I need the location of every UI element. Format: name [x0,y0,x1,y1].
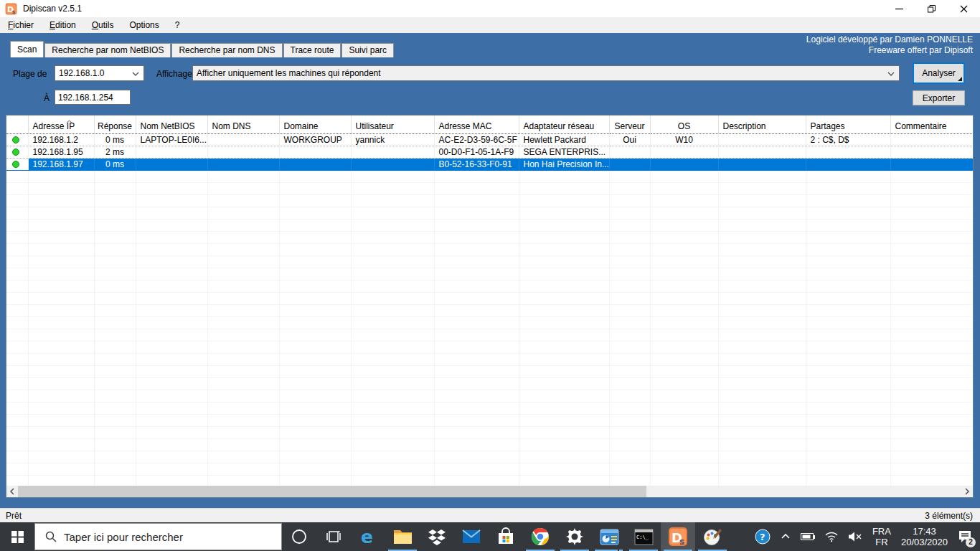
table-cell[interactable]: SEGA ENTERPRIS... [519,146,609,158]
analyser-button[interactable]: Analyser [913,62,965,84]
table-cell[interactable]: B0-52-16-33-F0-91 [434,158,519,170]
show-hidden-icons-button[interactable] [776,522,796,551]
table-row[interactable]: 192.168.1.952 ms00-D0-F1-05-1A-F9SEGA EN… [6,146,974,158]
table-cell[interactable]: 192.168.1.95 [28,146,94,158]
column-header-commentaire[interactable]: Commentaire [890,116,974,133]
column-header-description[interactable]: Description [718,116,806,133]
column-header-status[interactable] [6,116,28,133]
table-cell[interactable]: LAPTOP-LE0I6... [136,133,207,146]
restore-button[interactable] [915,0,948,17]
language-indicator[interactable]: FRA FR [867,522,896,551]
column-header-domaine[interactable]: Domaine [279,116,351,133]
column-header-partages[interactable]: Partages [806,116,890,133]
table-cell[interactable]: Hewlett Packard [519,133,609,146]
taskbar-app-file-explorer[interactable] [385,522,420,551]
table-cell[interactable] [609,158,650,170]
table-cell[interactable]: 0 ms [94,133,136,146]
table-cell[interactable] [806,146,890,158]
column-header-adresse-ip[interactable]: Adresse IP [28,116,94,133]
taskbar-app-mail[interactable] [454,522,489,551]
task-view-button[interactable] [316,522,351,551]
minimize-button[interactable] [883,0,915,17]
affichage-combobox[interactable]: Afficher uniquement les machines qui rép… [192,65,900,81]
menu-help[interactable]: ? [167,17,188,33]
table-cell[interactable] [718,133,806,146]
table-cell[interactable] [351,146,434,158]
table-cell[interactable] [650,158,718,170]
tab-recherche-par-nom-dns[interactable]: Recherche par nom DNS [171,43,282,57]
menu-outils[interactable]: Outils [84,17,122,33]
tab-scan[interactable]: Scan [10,41,44,57]
table-cell[interactable] [806,158,890,170]
column-header-nom-netbios[interactable]: Nom NetBIOS [136,116,207,133]
taskbar-app-chrome[interactable] [523,522,557,551]
tab-recherche-par-nom-netbios[interactable]: Recherche par nom NetBIOS [44,43,171,57]
table-cell[interactable] [718,146,806,158]
battery-tray-button[interactable] [796,522,820,551]
scroll-left-arrow-icon[interactable] [6,486,18,497]
table-cell[interactable] [207,158,279,170]
table-cell[interactable]: Hon Hai Precision In... [519,158,609,170]
volume-tray-button[interactable] [843,522,867,551]
table-cell[interactable] [207,146,279,158]
taskbar-app-command-prompt[interactable]: C:\_ [626,522,661,551]
table-cell[interactable]: W10 [650,133,718,146]
wifi-tray-button[interactable] [820,522,843,551]
table-cell[interactable]: Oui [609,133,650,146]
column-header-nom-dns[interactable]: Nom DNS [207,116,279,133]
table-cell[interactable] [650,146,718,158]
table-cell[interactable] [890,146,974,158]
table-row[interactable]: 192.168.1.970 msB0-52-16-33-F0-91Hon Hai… [6,158,974,170]
table-cell[interactable]: 192.168.1.97 [28,158,94,170]
cortana-button[interactable] [282,522,316,551]
table-cell[interactable] [890,133,974,146]
table-cell[interactable] [207,133,279,146]
menu-fichier[interactable]: Fichier [0,17,42,33]
table-cell[interactable]: 0 ms [94,158,136,170]
table-cell[interactable]: yannick [351,133,434,146]
menu-options[interactable]: Options [121,17,166,33]
column-header-utilisateur[interactable]: Utilisateur [351,116,434,133]
table-cell[interactable]: 2 : C$, D$ [806,133,890,146]
taskbar-app-dropbox[interactable] [420,522,454,551]
table-row[interactable]: 192.168.1.20 msLAPTOP-LE0I6...WORKGROUPy… [6,133,974,146]
table-cell[interactable]: 2 ms [94,146,136,158]
taskbar-app-report-app[interactable] [592,522,626,551]
table-cell[interactable] [136,158,207,170]
scrollbar-thumb[interactable] [18,486,646,497]
clock[interactable]: 17:43 20/03/2020 [896,522,953,551]
close-button[interactable] [948,0,980,17]
start-button[interactable] [0,522,34,551]
plage-de-combobox[interactable]: 192.168.1.0 [55,65,144,81]
table-cell[interactable]: WORKGROUP [279,133,351,146]
column-header-adaptateur-r-seau[interactable]: Adaptateur réseau [519,116,609,133]
action-center-button[interactable]: 2 [953,522,977,551]
table-cell[interactable] [890,158,974,170]
exporter-button[interactable]: Exporter [913,90,965,105]
taskbar-app-dipiscan[interactable]: Ds [661,522,695,551]
menu-edition[interactable]: Edition [42,17,84,33]
table-cell[interactable]: 00-D0-F1-05-1A-F9 [434,146,519,158]
taskbar-search-input[interactable]: Taper ici pour rechercher [34,523,282,550]
column-header-r-ponse[interactable]: Réponse [94,116,136,133]
scroll-right-arrow-icon[interactable] [961,486,973,497]
taskbar-app-store[interactable] [489,522,523,551]
horizontal-scrollbar[interactable] [6,486,973,497]
column-header-os[interactable]: OS [650,116,718,133]
table-cell[interactable] [136,146,207,158]
taskbar-app-settings[interactable] [557,522,592,551]
table-cell[interactable] [279,146,351,158]
table-cell[interactable]: 192.168.1.2 [28,133,94,146]
help-tray-button[interactable]: ? [750,522,776,551]
plage-fin-input[interactable] [55,90,131,105]
tab-suivi-parc[interactable]: Suivi parc [341,43,394,57]
table-cell[interactable] [279,158,351,170]
column-header-adresse-mac[interactable]: Adresse MAC [434,116,519,133]
taskbar-app-edge[interactable]: e [351,522,385,551]
table-cell[interactable] [609,146,650,158]
taskbar-app-paint[interactable] [695,522,730,551]
tab-trace-route[interactable]: Trace route [283,43,341,57]
table-cell[interactable] [351,158,434,170]
table-cell[interactable]: AC-E2-D3-59-6C-5F [434,133,519,146]
table-cell[interactable] [718,158,806,170]
